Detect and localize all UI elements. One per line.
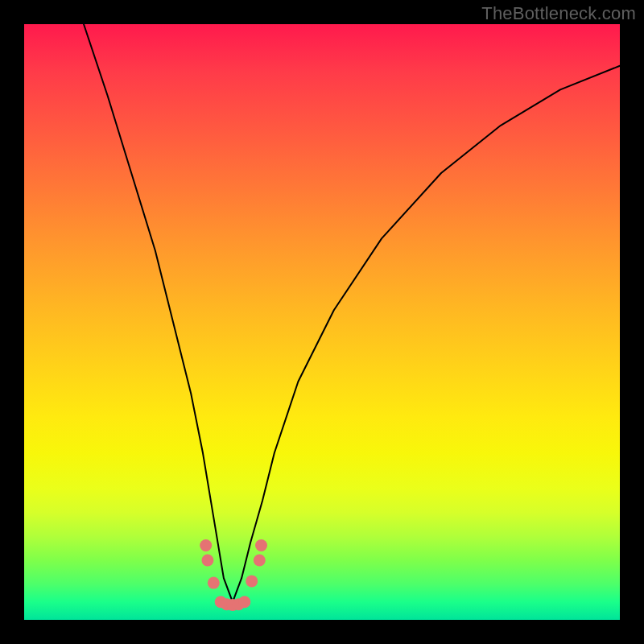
marker-group [200, 539, 267, 611]
curve-marker [246, 575, 258, 587]
curve-marker [238, 596, 250, 608]
curve-marker [255, 539, 267, 551]
curve-marker [200, 539, 212, 551]
curve-marker [201, 555, 213, 567]
bottleneck-curve [84, 24, 620, 602]
chart-frame: TheBottleneck.com [0, 0, 644, 644]
curve-marker [208, 577, 220, 589]
curve-group [84, 24, 620, 602]
curve-marker [254, 555, 266, 567]
plot-area [24, 24, 620, 620]
watermark-text: TheBottleneck.com [481, 3, 636, 24]
plot-svg [24, 24, 620, 620]
